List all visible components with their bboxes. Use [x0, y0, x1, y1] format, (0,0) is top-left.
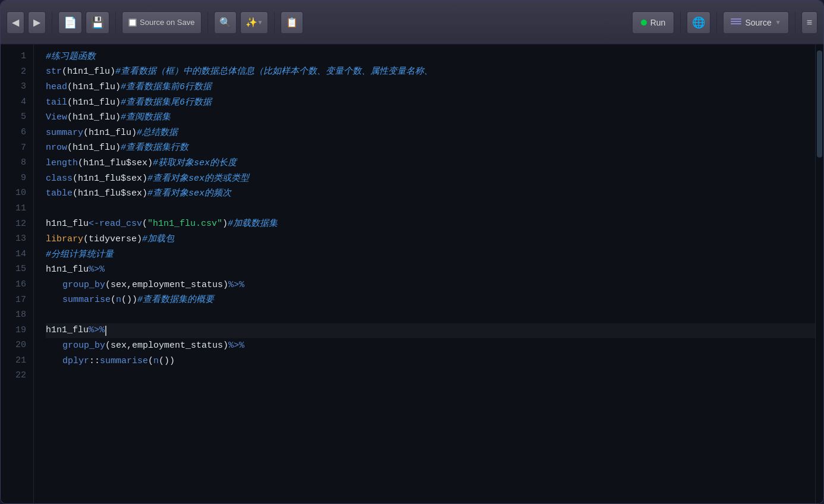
source-label: Source	[745, 18, 771, 27]
separator-4	[274, 12, 275, 33]
code-line-2: str(h1n1_flu) #查看数据（框）中的数据总体信息（比如样本个数、变量…	[46, 65, 815, 80]
globe-button[interactable]: 🌐	[687, 11, 710, 34]
line-num-7: 7	[10, 141, 26, 156]
scrollbar-thumb[interactable]	[817, 51, 822, 158]
editor-area: 1 2 3 4 5 6 7 8 9 10 11 12 13 14 15 16 1…	[1, 45, 823, 503]
line-num-15: 15	[10, 262, 26, 278]
code-line-5: View(h1n1_flu) #查阅数据集	[46, 110, 815, 125]
back-icon: ◀	[12, 17, 19, 28]
comment-1: #练习题函数	[46, 50, 96, 64]
source-on-save-label: Source on Save	[140, 18, 195, 27]
line-num-10: 10	[10, 186, 26, 201]
run-dot	[641, 20, 647, 26]
line-numbers: 1 2 3 4 5 6 7 8 9 10 11 12 13 14 15 16 1…	[1, 45, 34, 503]
line-num-9: 9	[10, 171, 26, 187]
save-icon: 💾	[91, 16, 104, 29]
hamburger-icon: ≡	[807, 17, 812, 28]
line-num-20: 20	[10, 338, 26, 354]
back-button[interactable]: ◀	[7, 11, 24, 34]
forward-icon: ▶	[33, 17, 40, 28]
line-num-14: 14	[10, 247, 26, 263]
code-func-2: str	[46, 65, 62, 79]
globe-icon: 🌐	[692, 16, 705, 29]
line-num-3: 3	[10, 80, 26, 95]
line-num-13: 13	[10, 232, 26, 247]
menu-button[interactable]: ≡	[801, 11, 817, 34]
line-num-21: 21	[10, 354, 26, 369]
code-line-3: head(h1n1_flu)#查看数据集前6行数据	[46, 80, 815, 95]
line-num-6: 6	[10, 125, 26, 141]
separator-7	[795, 12, 795, 33]
wand-button[interactable]: ✨ ▼	[240, 11, 269, 34]
code-line-16: group_by(sex,employment_status) %>%	[46, 278, 815, 293]
code-editor[interactable]: #练习题函数 str(h1n1_flu) #查看数据（框）中的数据总体信息（比如…	[34, 45, 815, 503]
rstudio-editor-window: ◀ ▶ 📄 💾 Source on Save 🔍 ✨ ▼ 📋	[0, 0, 824, 504]
separator-5	[680, 12, 681, 33]
line-num-22: 22	[10, 368, 26, 384]
search-icon: 🔍	[219, 17, 231, 28]
separator-6	[716, 12, 717, 33]
code-line-22	[46, 368, 815, 384]
code-line-4: tail(h1n1_flu)#查看数据集尾6行数据	[46, 95, 815, 111]
line-num-17: 17	[10, 293, 26, 308]
file-icon: 📄	[64, 16, 77, 29]
run-button[interactable]: Run	[632, 11, 675, 34]
text-cursor	[105, 326, 106, 336]
line-num-8: 8	[10, 156, 26, 171]
separator-3	[207, 12, 208, 33]
code-line-15: h1n1_flu %>%	[46, 262, 815, 278]
source-icon	[731, 18, 741, 27]
copy-icon: 📋	[286, 17, 298, 28]
code-line-14: #分组计算统计量	[46, 247, 815, 263]
code-line-11	[46, 201, 815, 217]
code-line-17: summarise(n()) #查看数据集的概要	[46, 293, 815, 308]
wand-icon: ✨	[246, 17, 257, 28]
line-num-1: 1	[10, 49, 26, 65]
line-num-12: 12	[10, 217, 26, 232]
line-num-19: 19	[10, 323, 26, 339]
copy-button[interactable]: 📋	[281, 11, 303, 34]
code-line-12: h1n1_flu <- read_csv("h1n1_flu.csv") #加载…	[46, 217, 815, 232]
separator-1	[52, 12, 52, 33]
code-line-8: length(h1n1_flu$sex)#获取对象sex的长度	[46, 156, 815, 171]
search-button[interactable]: 🔍	[214, 11, 237, 34]
code-line-20: group_by(sex,employment_status) %>%	[46, 338, 815, 354]
line-num-5: 5	[10, 110, 26, 125]
source-on-save-button[interactable]: Source on Save	[122, 11, 202, 34]
separator-2	[115, 12, 116, 33]
code-line-1: #练习题函数	[46, 49, 815, 65]
toolbar: ◀ ▶ 📄 💾 Source on Save 🔍 ✨ ▼ 📋	[1, 1, 823, 45]
line-num-2: 2	[10, 65, 26, 80]
file-button[interactable]: 📄	[58, 11, 82, 34]
source-button[interactable]: Source ▼	[723, 11, 788, 34]
scrollbar-track[interactable]	[815, 45, 823, 503]
line-num-18: 18	[10, 308, 26, 323]
save-button[interactable]: 💾	[86, 11, 109, 34]
run-label: Run	[650, 18, 666, 27]
code-line-7: nrow(h1n1_flu)#查看数据集行数	[46, 141, 815, 156]
source-dropdown: ▼	[775, 19, 781, 26]
dropdown-arrow: ▼	[257, 19, 263, 26]
code-line-10: table(h1n1_flu$sex)#查看对象sex的频次	[46, 186, 815, 201]
checkbox-icon	[128, 18, 137, 27]
code-line-9: class(h1n1_flu$sex)#查看对象sex的类或类型	[46, 171, 815, 187]
line-num-4: 4	[10, 95, 26, 111]
code-line-21: dplyr::summarise(n())	[46, 354, 815, 369]
code-line-6: summary(h1n1_flu) #总结数据	[46, 125, 815, 141]
code-line-13: library(tidyverse) #加载包	[46, 232, 815, 247]
code-line-18	[46, 308, 815, 323]
forward-button[interactable]: ▶	[28, 11, 46, 34]
line-num-16: 16	[10, 278, 26, 293]
line-num-11: 11	[10, 201, 26, 217]
code-line-19[interactable]: h1n1_flu %>%	[46, 323, 815, 339]
